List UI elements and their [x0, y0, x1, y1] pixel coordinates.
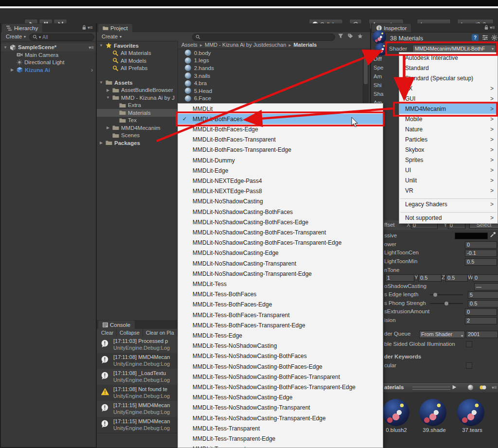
- shader-menu-item-mmdlit-tess-noshadowcasting-bothfaces-edge[interactable]: MMDLit-Tess-NoShadowCasting-BothFaces-Ed…: [178, 361, 383, 372]
- preview-menu-icon[interactable]: ▾≡: [492, 385, 497, 390]
- shader-menu-item-mmdlit-tess-noshadowcasting-transparent-edge[interactable]: MMDLit-Tess-NoShadowCasting-Transparent-…: [178, 413, 383, 423]
- checkbox[interactable]: [466, 341, 472, 347]
- shader-category-item-ui[interactable]: UI>: [399, 165, 498, 175]
- scene-row[interactable]: ▼SampleScene*▾≡: [1, 43, 96, 51]
- project-tree-item-favorites[interactable]: ▼Favorites: [97, 42, 178, 50]
- shader-category-item-sprites[interactable]: Sprites>: [399, 155, 498, 165]
- shader-category-item-standard[interactable]: Standard: [399, 63, 498, 73]
- shader-category-item-particles[interactable]: Particles>: [399, 134, 498, 144]
- expander-icon[interactable]: ▼: [3, 45, 8, 50]
- shader-menu-item-mmdlit-tess-noshadowcasting[interactable]: MMDLit-Tess-NoShadowCasting: [178, 341, 383, 351]
- preview-sphere[interactable]: [419, 399, 446, 426]
- tab-hierarchy[interactable]: Hierarchy: [2, 24, 42, 32]
- hierarchy-item-kizuna-ai[interactable]: ▶Kizuna Ai›: [1, 66, 96, 74]
- shader-menu-item-mmdlit-noshadowcasting-bothfaces[interactable]: MMDLit-NoShadowCasting-BothFaces: [178, 207, 383, 217]
- project-tree-item-mmd4mecanim[interactable]: ▶MMD4Mecanim: [97, 124, 178, 132]
- property-field[interactable]: —: [474, 283, 498, 290]
- project-tree-item-extra[interactable]: Extra: [97, 102, 178, 109]
- shader-category-item-legacy-shaders[interactable]: Legacy Shaders>: [399, 199, 498, 209]
- shader-menu-item-mmdlit-nextedge-pass8[interactable]: MMDLit-NEXTEdge-Pass8: [178, 186, 383, 197]
- shader-menu-item-mmdlit-tess-noshadowcasting-bothfaces[interactable]: MMDLit-Tess-NoShadowCasting-BothFaces: [178, 351, 383, 361]
- expander-icon[interactable]: ▼: [99, 80, 104, 85]
- material-item-4-bra[interactable]: 4.bra: [178, 79, 363, 87]
- shader-menu-item-mmdlit-tess-edge[interactable]: MMDLit-Tess-Edge: [178, 330, 383, 340]
- preview-sphere-toggle-icon[interactable]: [468, 385, 473, 390]
- shader-category-item-skybox[interactable]: Skybox>: [399, 144, 498, 155]
- property-field[interactable]: 0: [465, 308, 497, 316]
- slider-knob[interactable]: [445, 302, 448, 305]
- shader-menu-item-mmdlit-tess-bothfaces-transparent-edge[interactable]: MMDLit-Tess-BothFaces-Transparent-Edge: [178, 320, 383, 330]
- project-tree-item-assets[interactable]: ▼Assets: [97, 79, 178, 87]
- project-tree-item-all-materials[interactable]: All Materials: [97, 50, 178, 57]
- property-field[interactable]: 5: [468, 291, 498, 299]
- console-button-clear[interactable]: Clear: [98, 329, 117, 337]
- shader-menu-item-mmdlit-tess-transparent-edge[interactable]: MMDLit-Tess-Transparent-Edge: [178, 433, 383, 444]
- preview-sphere[interactable]: [382, 399, 409, 426]
- shader-menu-item-mmdlit-noshadowcasting-bothfaces-transparent[interactable]: MMDLit-NoShadowCasting-BothFaces-Transpa…: [178, 227, 383, 237]
- lock-icon[interactable]: [82, 25, 87, 30]
- material-item-1-legs[interactable]: 1.legs: [178, 57, 363, 65]
- material-item-0-body[interactable]: 0.body: [178, 49, 363, 57]
- shader-category-item-mmd4mecanim[interactable]: MMD4Mecanim>: [399, 104, 498, 114]
- shader-menu-item-mmdlit-noshadowcasting[interactable]: MMDLit-NoShadowCasting: [178, 197, 383, 207]
- vector-field[interactable]: 0: [473, 274, 498, 282]
- shader-menu-item-mmdlit-noshadowcasting-bothfaces-edge[interactable]: MMDLit-NoShadowCasting-BothFaces-Edge: [178, 217, 383, 227]
- shader-menu-item-mmdlit-nextedge-pass4[interactable]: MMDLit-NEXTEdge-Pass4: [178, 176, 383, 186]
- shader-menu-item-mmdlit[interactable]: MMDLit: [178, 104, 383, 114]
- preview-sphere[interactable]: [457, 399, 484, 426]
- shader-menu-item-mmdlit-tess-noshadowcasting-bothfaces-transparent-edge[interactable]: MMDLit-Tess-NoShadowCasting-BothFaces-Tr…: [178, 382, 383, 392]
- shader-category-item-unlit[interactable]: Unlit>: [399, 175, 498, 185]
- hierarchy-item-directional-light[interactable]: Directional Light: [1, 59, 96, 67]
- expander-icon[interactable]: ▼: [106, 95, 110, 100]
- shader-menu-item-mmdlit-tess-bothfaces-edge[interactable]: MMDLit-Tess-BothFaces-Edge: [178, 300, 383, 310]
- label-filter-icon[interactable]: [348, 34, 353, 38]
- shader-category-item-autodesk-interactive[interactable]: Autodesk Interactive: [399, 53, 498, 63]
- materials-scrollbar[interactable]: [363, 49, 369, 104]
- shader-category-item-not-supported[interactable]: Not supported>: [399, 213, 498, 223]
- project-tree-item-packages[interactable]: ▶Packages: [97, 139, 178, 147]
- vector-field[interactable]: 1: [385, 274, 414, 282]
- tab-console[interactable]: Console: [98, 321, 135, 329]
- shader-menu-item-mmdlit-tess[interactable]: MMDLit-Tess: [178, 279, 383, 289]
- shader-menu-item-mmdlit-tess-noshadowcasting-bothfaces-transparent[interactable]: MMDLit-Tess-NoShadowCasting-BothFaces-Tr…: [178, 372, 383, 382]
- property-field[interactable]: -0.1: [465, 250, 497, 257]
- hierarchy-search-input[interactable]: ▾ All: [29, 34, 94, 41]
- preview-lights-icon[interactable]: [479, 385, 487, 390]
- shader-menu-item-mmdlit-noshadowcasting-transparent[interactable]: MMDLit-NoShadowCasting-Transparent: [178, 258, 383, 269]
- project-tree-item-tex[interactable]: Tex: [97, 117, 178, 125]
- expander-icon[interactable]: ▶: [99, 141, 104, 145]
- property-field[interactable]: 0: [465, 241, 497, 249]
- type-filter-icon[interactable]: [338, 34, 343, 38]
- presets-icon[interactable]: [482, 35, 488, 40]
- breadcrumb-item[interactable]: MMD - Kizuna Ai by Justdesuchan: [205, 42, 286, 48]
- slider-track[interactable]: [430, 303, 463, 304]
- slider-track[interactable]: [430, 294, 463, 295]
- breadcrumb-item[interactable]: Materials: [294, 42, 317, 48]
- shader-category-item-fx[interactable]: FX>: [399, 83, 498, 93]
- render-queue-field[interactable]: 2001: [466, 331, 498, 338]
- shader-menu-item-mmdlit-bothfaces-transparent[interactable]: MMDLit-BothFaces-Transparent: [178, 135, 383, 145]
- expander-icon[interactable]: ▶: [10, 68, 15, 72]
- shader-menu-item-mmdlit-noshadowcasting-edge[interactable]: MMDLit-NoShadowCasting-Edge: [178, 248, 383, 258]
- vector-field[interactable]: 0.5: [418, 274, 442, 282]
- breadcrumb-item[interactable]: Assets: [181, 42, 197, 48]
- scene-menu-icon[interactable]: ▾≡: [89, 45, 96, 50]
- shader-menu-item-mmdlit-dummy[interactable]: MMDLit-Dummy: [178, 155, 383, 165]
- tab-project[interactable]: Project: [98, 24, 132, 32]
- shader-menu-item-mmdlit-tess-bothfaces-transparent[interactable]: MMDLit-Tess-BothFaces-Transparent: [178, 310, 383, 320]
- hierarchy-create-button[interactable]: Create▾: [3, 33, 29, 40]
- shader-category-item-nature[interactable]: Nature>: [399, 124, 498, 134]
- shader-menu-item-mmdlit-edge[interactable]: MMDLit-Edge: [178, 165, 383, 176]
- expander-icon[interactable]: ▶: [106, 88, 110, 92]
- project-tree-item-assetbundlebrowser[interactable]: ▶AssetBundleBrowser: [97, 87, 178, 94]
- shader-menu-item-mmdlit-transparent[interactable]: MMDLit-Transparent: [178, 444, 383, 448]
- project-tree-item-all-prefabs[interactable]: All Prefabs: [97, 65, 178, 72]
- project-create-button[interactable]: Create▾: [99, 33, 124, 40]
- vector-field[interactable]: 0.5: [445, 274, 468, 282]
- property-field[interactable]: 0.5: [468, 300, 498, 307]
- property-field[interactable]: 2: [465, 317, 497, 324]
- shader-menu-item-mmdlit-tess-bothfaces[interactable]: MMDLit-Tess-BothFaces: [178, 289, 383, 300]
- project-tree-item-all-models[interactable]: All Models: [97, 57, 178, 65]
- property-field[interactable]: 0.5: [465, 258, 497, 266]
- project-tree-item-materials[interactable]: Materials: [97, 109, 178, 117]
